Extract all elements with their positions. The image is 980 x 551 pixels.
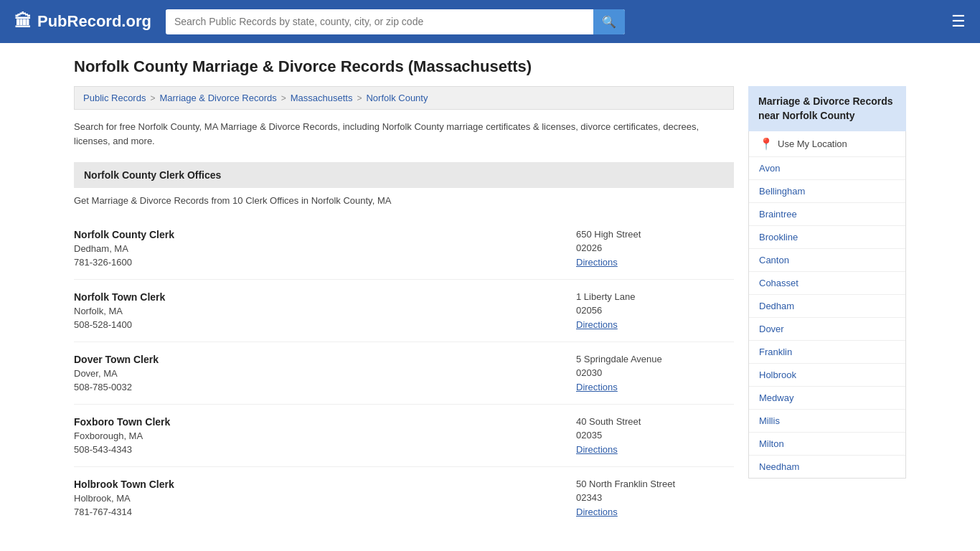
breadcrumb-public-records[interactable]: Public Records — [83, 93, 146, 103]
sidebar-item[interactable]: Dover — [749, 318, 905, 341]
logo-icon: 🏛 — [14, 11, 32, 32]
clerk-address: 5 Springdale Avenue — [576, 354, 734, 364]
clerk-entry: Dover Town Clerk Dover, MA 508-785-0032 … — [74, 342, 734, 405]
clerk-info-left: Holbrook Town Clerk Holbrook, MA 781-767… — [74, 479, 576, 517]
sidebar-item[interactable]: Holbrook — [749, 364, 905, 387]
clerk-address: 650 High Street — [576, 229, 734, 240]
location-icon: 📍 — [759, 137, 773, 151]
clerk-name: Norfolk Town Clerk — [74, 291, 576, 303]
section-header: Norfolk County Clerk Offices — [74, 162, 734, 188]
site-header: 🏛 PubRecord.org 🔍 ☰ — [0, 0, 980, 43]
clerk-info-right: 1 Liberty Lane 02056 Directions — [576, 291, 734, 330]
clerk-entry: Foxboro Town Clerk Foxborough, MA 508-54… — [74, 405, 734, 467]
search-icon: 🔍 — [602, 16, 616, 28]
content-layout: Public Records > Marriage & Divorce Reco… — [74, 86, 906, 529]
directions-link[interactable]: Directions — [576, 257, 618, 268]
sidebar-item[interactable]: Dedham — [749, 295, 905, 318]
clerk-zip: 02030 — [576, 367, 734, 378]
clerk-zip: 02026 — [576, 242, 734, 253]
sidebar-item[interactable]: Cohasset — [749, 272, 905, 295]
sidebar-item[interactable]: Milton — [749, 433, 905, 456]
clerk-zip: 02035 — [576, 430, 734, 441]
breadcrumb-sep-2: > — [281, 93, 286, 103]
directions-link[interactable]: Directions — [576, 382, 618, 392]
page-title: Norfolk County Marriage & Divorce Record… — [74, 57, 906, 76]
breadcrumb-sep-1: > — [150, 93, 155, 103]
sidebar-item[interactable]: Bellingham — [749, 180, 905, 203]
sidebar-item[interactable]: Canton — [749, 249, 905, 272]
directions-link[interactable]: Directions — [576, 507, 618, 517]
site-logo[interactable]: 🏛 PubRecord.org — [14, 11, 151, 32]
clerk-name: Holbrook Town Clerk — [74, 479, 576, 490]
clerk-phone: 781-326-1600 — [74, 257, 576, 268]
page-description: Search for free Norfolk County, MA Marri… — [74, 120, 734, 148]
search-input[interactable] — [166, 10, 593, 33]
clerk-address: 40 South Street — [576, 416, 734, 427]
breadcrumb: Public Records > Marriage & Divorce Reco… — [74, 86, 734, 110]
clerk-info-right: 40 South Street 02035 Directions — [576, 416, 734, 455]
sidebar-item[interactable]: Millis — [749, 410, 905, 433]
sidebar: Marriage & Divorce Records near Norfolk … — [748, 86, 906, 529]
clerk-entry: Norfolk Town Clerk Norfolk, MA 508-528-1… — [74, 280, 734, 342]
clerk-name: Foxboro Town Clerk — [74, 416, 576, 428]
clerk-entry: Norfolk County Clerk Dedham, MA 781-326-… — [74, 217, 734, 280]
clerk-address: 50 North Franklin Street — [576, 479, 734, 489]
main-container: Norfolk County Marriage & Divorce Record… — [60, 43, 920, 543]
sidebar-item[interactable]: Franklin — [749, 341, 905, 364]
clerk-city: Dedham, MA — [74, 243, 576, 254]
clerk-phone: 508-543-4343 — [74, 444, 576, 455]
clerk-city: Norfolk, MA — [74, 306, 576, 316]
clerk-info-right: 5 Springdale Avenue 02030 Directions — [576, 354, 734, 392]
clerk-phone: 508-528-1400 — [74, 319, 576, 330]
clerk-name: Norfolk County Clerk — [74, 229, 576, 240]
clerk-city: Dover, MA — [74, 368, 576, 379]
logo-text: PubRecord.org — [37, 12, 151, 31]
clerk-address: 1 Liberty Lane — [576, 291, 734, 302]
directions-link[interactable]: Directions — [576, 319, 618, 330]
clerk-phone: 508-785-0032 — [74, 382, 576, 392]
sidebar-item[interactable]: Braintree — [749, 203, 905, 226]
sidebar-item[interactable]: Medway — [749, 387, 905, 410]
hamburger-icon: ☰ — [951, 12, 966, 30]
search-bar: 🔍 — [166, 9, 625, 34]
clerk-info-left: Dover Town Clerk Dover, MA 508-785-0032 — [74, 354, 576, 392]
clerk-info-right: 650 High Street 02026 Directions — [576, 229, 734, 268]
clerk-info-left: Foxboro Town Clerk Foxborough, MA 508-54… — [74, 416, 576, 455]
breadcrumb-sep-3: > — [357, 93, 362, 103]
clerk-zip: 02056 — [576, 305, 734, 316]
breadcrumb-marriage-records[interactable]: Marriage & Divorce Records — [159, 93, 276, 103]
clerk-info-left: Norfolk County Clerk Dedham, MA 781-326-… — [74, 229, 576, 268]
sidebar-item[interactable]: Brookline — [749, 226, 905, 249]
use-my-location-label: Use My Location — [778, 138, 847, 149]
sidebar-use-location[interactable]: 📍 Use My Location — [749, 131, 905, 157]
clerk-entry: Holbrook Town Clerk Holbrook, MA 781-767… — [74, 467, 734, 529]
search-button[interactable]: 🔍 — [593, 9, 625, 34]
clerk-city: Foxborough, MA — [74, 430, 576, 441]
menu-button[interactable]: ☰ — [951, 12, 966, 31]
clerk-zip: 02343 — [576, 492, 734, 503]
content-main: Public Records > Marriage & Divorce Reco… — [74, 86, 734, 529]
clerk-phone: 781-767-4314 — [74, 507, 576, 517]
sidebar-list: 📍 Use My Location AvonBellinghamBraintre… — [748, 131, 906, 479]
breadcrumb-massachusetts[interactable]: Massachusetts — [291, 93, 353, 103]
sidebar-item[interactable]: Avon — [749, 157, 905, 180]
section-subtext: Get Marriage & Divorce Records from 10 C… — [74, 195, 734, 206]
sidebar-item[interactable]: Needham — [749, 456, 905, 478]
clerk-info-right: 50 North Franklin Street 02343 Direction… — [576, 479, 734, 517]
clerk-info-left: Norfolk Town Clerk Norfolk, MA 508-528-1… — [74, 291, 576, 330]
directions-link[interactable]: Directions — [576, 444, 618, 455]
clerks-list: Norfolk County Clerk Dedham, MA 781-326-… — [74, 217, 734, 529]
sidebar-title: Marriage & Divorce Records near Norfolk … — [748, 86, 906, 131]
clerk-name: Dover Town Clerk — [74, 354, 576, 365]
breadcrumb-norfolk-county[interactable]: Norfolk County — [366, 93, 428, 103]
clerk-city: Holbrook, MA — [74, 493, 576, 504]
